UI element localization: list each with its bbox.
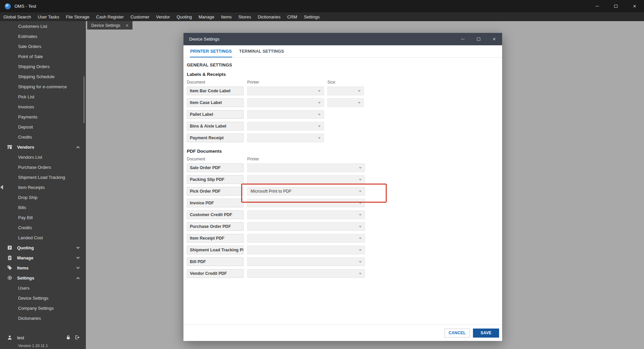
- sidebar-item-credits[interactable]: Credits: [0, 222, 86, 233]
- sidebar-item-label: Shipping for e-commerce: [18, 84, 67, 89]
- printer-select-pallet-label[interactable]: [247, 110, 324, 119]
- window-close-button[interactable]: ×: [625, 0, 644, 12]
- window-restore-button[interactable]: [606, 0, 625, 12]
- sidebar-section-items[interactable]: Items: [0, 263, 86, 273]
- printer-select-purchase-order-pdf[interactable]: [247, 222, 365, 231]
- menu-vendor[interactable]: Vendor: [153, 12, 173, 21]
- user-row: test: [0, 333, 86, 343]
- sidebar-item-landed-cost[interactable]: Landed Cost: [0, 233, 86, 243]
- sidebar-item-bills[interactable]: Bills: [0, 202, 86, 212]
- sidebar-section-manage[interactable]: Manage: [0, 253, 86, 263]
- sidebar-item-shipping-for-e-commerce[interactable]: Shipping for e-commerce: [0, 82, 86, 92]
- menu-manage[interactable]: Manage: [195, 12, 218, 21]
- cancel-button[interactable]: CANCEL: [444, 329, 470, 338]
- logout-icon[interactable]: [74, 335, 80, 340]
- sidebar-collapse-arrow[interactable]: [0, 185, 3, 190]
- printer-select-invoice-pdf[interactable]: [247, 199, 365, 207]
- column-header-document: Document: [187, 157, 247, 161]
- dialog-window-controls: ×: [455, 33, 502, 45]
- menu-dictionaries[interactable]: Dictionaries: [254, 12, 284, 21]
- labels-row-item-case-label: Item Case Label: [187, 98, 499, 107]
- menu-user-tasks[interactable]: User Tasks: [34, 12, 62, 21]
- size-select-item-case-label[interactable]: [327, 98, 364, 107]
- dialog-tab-terminal-settings[interactable]: TERMINAL SETTINGS: [235, 45, 288, 57]
- tab-device-settings[interactable]: Device Settings×: [87, 21, 132, 30]
- dialog-close-button[interactable]: ×: [486, 33, 502, 45]
- chevron-down-icon: [318, 114, 321, 115]
- dialog-minimize-button[interactable]: [455, 33, 471, 45]
- sidebar-item-sale-orders[interactable]: Sale Orders: [0, 41, 86, 51]
- menu-settings[interactable]: Settings: [301, 12, 323, 21]
- sidebar-item-users[interactable]: Users: [0, 283, 86, 293]
- menu-crm[interactable]: CRM: [284, 12, 301, 21]
- sidebar-item-label: Shipping Orders: [18, 64, 50, 69]
- sidebar-item-dictionaries[interactable]: Dictionaries: [0, 313, 86, 323]
- sidebar-item-vendors-list[interactable]: Vendors List: [0, 152, 86, 162]
- sidebar-item-label: Quoting: [17, 245, 34, 250]
- printer-select-pick-order-pdf[interactable]: Microsoft Print to PDF: [247, 187, 365, 196]
- chevron-up-icon: [76, 277, 80, 280]
- pdf-row-pick-order-pdf: Pick Order PDFMicrosoft Print to PDF: [187, 187, 499, 196]
- sidebar-item-estimates[interactable]: Estimates: [0, 31, 86, 41]
- sidebar-item-label: Landed Cost: [18, 235, 43, 240]
- dialog-restore-button[interactable]: [471, 33, 486, 45]
- sidebar-section-quoting[interactable]: ?Quoting: [0, 243, 86, 253]
- document-field-label: Item Receipt PDF: [190, 236, 224, 241]
- chevron-down-icon: [76, 255, 80, 259]
- sidebar-item-company-settings[interactable]: Company Settings: [0, 303, 86, 313]
- printer-select-packing-slip-pdf[interactable]: [247, 175, 365, 184]
- document-field-label: Customer Credit PDF: [190, 212, 232, 217]
- printer-select-payment-receipt[interactable]: [247, 134, 324, 142]
- sidebar-item-payments[interactable]: Payments: [0, 112, 86, 122]
- printer-select-bins-aisle-label[interactable]: [247, 122, 324, 131]
- menu-quoting[interactable]: Quoting: [173, 12, 195, 21]
- lock-icon[interactable]: [66, 335, 71, 340]
- pdf-row-purchase-order-pdf: Purchase Order PDF: [187, 222, 499, 231]
- sidebar-item-item-receipts[interactable]: Item Receipts: [0, 182, 86, 192]
- sidebar-item-purchase-orders[interactable]: Purchase Orders: [0, 162, 86, 172]
- sidebar-item-pay-bill[interactable]: Pay Bill: [0, 212, 86, 222]
- sidebar-item-credits[interactable]: Credits: [0, 132, 86, 142]
- app-window: OMS - Test × Global SearchUser TasksFile…: [0, 0, 644, 349]
- menu-stores[interactable]: Stores: [235, 12, 255, 21]
- printer-select-bill-pdf[interactable]: [247, 257, 365, 266]
- sidebar-item-customers-list[interactable]: Customers List: [0, 21, 86, 31]
- document-field: Bins & Aisle Label: [187, 122, 244, 131]
- document-field: Item Bar Code Label: [187, 87, 244, 95]
- printer-select-item-receipt-pdf[interactable]: [247, 234, 365, 243]
- document-field-label: Payment Receipt: [190, 136, 224, 140]
- sidebar-item-pick-list[interactable]: Pick List: [0, 92, 86, 102]
- sidebar-item-shipping-schedule[interactable]: Shipping Schedule: [0, 71, 86, 82]
- printer-select-sale-order-pdf[interactable]: [247, 163, 365, 172]
- sidebar-item-point-of-sale[interactable]: Point of Sale: [0, 51, 86, 61]
- menu-items[interactable]: Items: [218, 12, 235, 21]
- save-button[interactable]: SAVE: [473, 329, 499, 338]
- printer-select-shipment-load-tracking-pdf[interactable]: [247, 246, 365, 254]
- menu-customer[interactable]: Customer: [127, 12, 153, 21]
- sidebar-item-invoices[interactable]: Invoices: [0, 102, 86, 112]
- chevron-down-icon: [358, 90, 361, 92]
- size-select-item-bar-code-label[interactable]: [327, 87, 364, 95]
- printer-select-customer-credit-pdf[interactable]: [247, 210, 365, 219]
- menu-global-search[interactable]: Global Search: [0, 12, 34, 21]
- sidebar-item-device-settings[interactable]: Device Settings: [0, 293, 86, 303]
- printer-select-vendor-credit-pdf[interactable]: [247, 269, 365, 278]
- sidebar-item-drop-ship[interactable]: Drop Ship: [0, 192, 86, 202]
- sidebar-item-deposit[interactable]: Deposit: [0, 122, 86, 132]
- printer-select-item-case-label[interactable]: [247, 98, 324, 107]
- sidebar-scrollbar[interactable]: [84, 76, 85, 123]
- sidebar-item-shipping-orders[interactable]: Shipping Orders: [0, 61, 86, 71]
- document-field-label: Item Bar Code Label: [190, 89, 230, 93]
- menu-file-storage[interactable]: File Storage: [62, 12, 93, 21]
- printer-select-item-bar-code-label[interactable]: [247, 87, 324, 95]
- sidebar-item-label: Drop Ship: [18, 195, 38, 200]
- sidebar-section-settings[interactable]: Settings: [0, 273, 86, 283]
- labels-row-payment-receipt: Payment Receipt: [187, 134, 499, 142]
- window-minimize-button[interactable]: [588, 0, 606, 12]
- menu-cash-register[interactable]: Cash Register: [93, 12, 127, 21]
- document-field: Shipment Load Tracking PDF: [187, 246, 244, 254]
- sidebar-item-shipment-load-tracking[interactable]: Shipment Load Tracking: [0, 172, 86, 182]
- sidebar-section-vendors[interactable]: Vendors: [0, 142, 86, 152]
- dialog-tab-printer-settings[interactable]: PRINTER SETTINGS: [186, 45, 235, 57]
- tab-close-icon[interactable]: ×: [126, 23, 128, 28]
